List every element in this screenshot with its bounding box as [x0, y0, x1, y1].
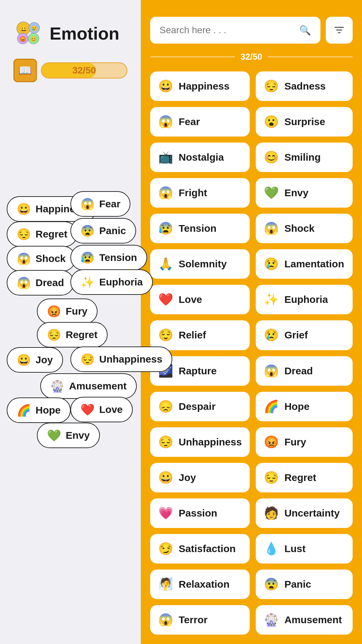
- grid-chip-smiling[interactable]: 😊Smiling: [256, 143, 353, 172]
- grid-chip-label: Fury: [284, 436, 306, 448]
- chip-emoji: 😔: [17, 227, 31, 241]
- search-input[interactable]: [160, 25, 295, 36]
- grid-chip-passion[interactable]: 💗Passion: [150, 498, 250, 528]
- chip-emoji: 😨: [80, 224, 95, 237]
- left-chip-unhappiness[interactable]: 😔Unhappiness: [70, 346, 172, 372]
- grid-chip-uncertainty[interactable]: 🧑Uncertainty: [256, 498, 353, 528]
- grid-chip-emoji: 😱: [158, 115, 173, 129]
- filter-button[interactable]: [326, 17, 353, 44]
- grid-chip-label: Fear: [179, 116, 200, 127]
- svg-text:😀: 😀: [19, 25, 28, 33]
- left-chip-tension[interactable]: 😰Tension: [70, 245, 147, 270]
- grid-chip-label: Terror: [179, 614, 207, 626]
- grid-chip-emoji: 🙏: [158, 257, 173, 271]
- grid-chip-terror[interactable]: 😱Terror: [150, 605, 250, 635]
- left-chip-dread[interactable]: 😱Dread: [7, 270, 74, 296]
- left-chip-fear[interactable]: 😱Fear: [70, 191, 130, 217]
- left-chip-amusement[interactable]: 🎡Amusement: [40, 373, 137, 399]
- chip-label: Panic: [99, 225, 126, 236]
- chip-emoji: 😱: [17, 252, 31, 265]
- grid-chip-relaxation[interactable]: 🧖Relaxation: [150, 570, 250, 599]
- grid-chip-label: Despair: [179, 401, 216, 412]
- grid-chip-emoji: 😱: [264, 364, 279, 378]
- grid-chip-dread[interactable]: 😱Dread: [256, 356, 353, 386]
- chip-label: Fury: [66, 306, 87, 317]
- chip-label: Regret: [66, 329, 98, 340]
- grid-chip-label: Sadness: [284, 80, 325, 92]
- grid-chip-satisfaction[interactable]: 😏Satisfaction: [150, 534, 250, 564]
- left-chip-envy[interactable]: 💚Envy: [37, 423, 100, 448]
- grid-chip-envy[interactable]: 💚Envy: [256, 178, 353, 208]
- grid-chip-label: Dread: [284, 365, 313, 377]
- grid-chip-label: Panic: [284, 579, 311, 590]
- grid-chip-sadness[interactable]: 😔Sadness: [256, 71, 353, 101]
- chip-emoji: 😰: [80, 251, 95, 264]
- grid-chip-regret[interactable]: 😔Regret: [256, 463, 353, 492]
- right-panel: 🔍 32/50 😀Happiness😔Sadness😱Fear😮Surprise…: [141, 0, 362, 644]
- grid-chip-surprise[interactable]: 😮Surprise: [256, 107, 353, 137]
- emotion-grid: 😀Happiness😔Sadness😱Fear😮Surprise📺Nostalg…: [150, 71, 353, 635]
- grid-chip-emoji: ✨: [264, 292, 279, 307]
- grid-chip-emoji: 😊: [264, 150, 279, 164]
- grid-chip-relief[interactable]: 😌Relief: [150, 320, 250, 350]
- left-chip-fury[interactable]: 😡Fury: [37, 299, 98, 324]
- grid-chip-emoji: 😢: [264, 257, 279, 271]
- left-panel: 😀 😢 😡 😊 Emotion 📖 32/50 😀Happiness😱Fear😔…: [0, 0, 141, 644]
- grid-chip-label: Hope: [284, 401, 309, 412]
- grid-chip-happiness[interactable]: 😀Happiness: [150, 71, 250, 101]
- svg-rect-8: [335, 27, 344, 28]
- grid-chip-amusement[interactable]: 🎡Amusement: [256, 605, 353, 635]
- chip-emoji: 😀: [17, 353, 31, 367]
- left-chip-hope[interactable]: 🌈Hope: [7, 397, 71, 423]
- grid-chip-fury[interactable]: 😡Fury: [256, 427, 353, 457]
- app-logo: 😀 😢 😡 😊: [13, 18, 44, 49]
- svg-text:😢: 😢: [31, 25, 38, 32]
- grid-chip-label: Smiling: [284, 152, 320, 163]
- chip-label: Dread: [36, 277, 64, 288]
- grid-chip-hope[interactable]: 🌈Hope: [256, 392, 353, 421]
- search-input-wrapper[interactable]: 🔍: [150, 17, 320, 44]
- grid-chip-tension[interactable]: 😰Tension: [150, 214, 250, 243]
- grid-chip-emoji: 🎡: [264, 613, 279, 627]
- grid-chip-shock[interactable]: 😱Shock: [256, 214, 353, 243]
- grid-chip-label: Surprise: [284, 116, 325, 127]
- grid-chip-fright[interactable]: 😱Fright: [150, 178, 250, 208]
- grid-chip-grief[interactable]: 😢Grief: [256, 320, 353, 350]
- left-chip-love[interactable]: ❤️Love: [70, 397, 133, 422]
- chip-emoji: 😔: [47, 328, 61, 341]
- left-chip-regret[interactable]: 😔Regret: [37, 322, 108, 347]
- grid-chip-solemnity[interactable]: 🙏Solemnity: [150, 249, 250, 279]
- grid-chip-nostalgia[interactable]: 📺Nostalgia: [150, 143, 250, 172]
- grid-chip-label: Solemnity: [179, 258, 227, 270]
- grid-chip-emoji: 🧑: [264, 506, 279, 520]
- right-progress-text: 32/50: [240, 52, 262, 62]
- left-chip-regret[interactable]: 😔Regret: [7, 221, 77, 247]
- left-chip-shock[interactable]: 😱Shock: [7, 246, 76, 271]
- grid-chip-label: Grief: [284, 329, 308, 341]
- grid-chip-label: Shock: [284, 223, 314, 234]
- left-chip-joy[interactable]: 😀Joy: [7, 347, 63, 373]
- grid-chip-label: Fright: [179, 187, 207, 199]
- grid-chip-unhappiness[interactable]: 😔Unhappiness: [150, 427, 250, 457]
- grid-chip-despair[interactable]: 😞Despair: [150, 392, 250, 421]
- svg-rect-9: [336, 30, 342, 31]
- grid-chip-lamentation[interactable]: 😢Lamentation: [256, 249, 353, 279]
- grid-chip-emoji: 😰: [158, 221, 173, 235]
- grid-chip-love[interactable]: ❤️Love: [150, 285, 250, 314]
- chip-label: Tension: [99, 252, 137, 263]
- svg-text:😊: 😊: [30, 36, 37, 42]
- chip-emoji: 🎡: [50, 379, 64, 393]
- grid-chip-lust[interactable]: 💧Lust: [256, 534, 353, 564]
- left-chip-euphoria[interactable]: ✨Euphoria: [70, 269, 153, 295]
- search-icon: 🔍: [299, 25, 311, 36]
- grid-chip-fear[interactable]: 😱Fear: [150, 107, 250, 137]
- search-bar: 🔍: [150, 17, 353, 44]
- chip-emoji: 😡: [47, 305, 61, 318]
- grid-chip-emoji: 😞: [158, 399, 173, 414]
- svg-text:😡: 😡: [19, 36, 26, 42]
- grid-chip-panic[interactable]: 😨Panic: [256, 570, 353, 599]
- left-chip-panic[interactable]: 😨Panic: [70, 218, 136, 244]
- grid-chip-joy[interactable]: 😀Joy: [150, 463, 250, 492]
- chip-emoji: 😱: [80, 197, 95, 211]
- grid-chip-euphoria[interactable]: ✨Euphoria: [256, 285, 353, 314]
